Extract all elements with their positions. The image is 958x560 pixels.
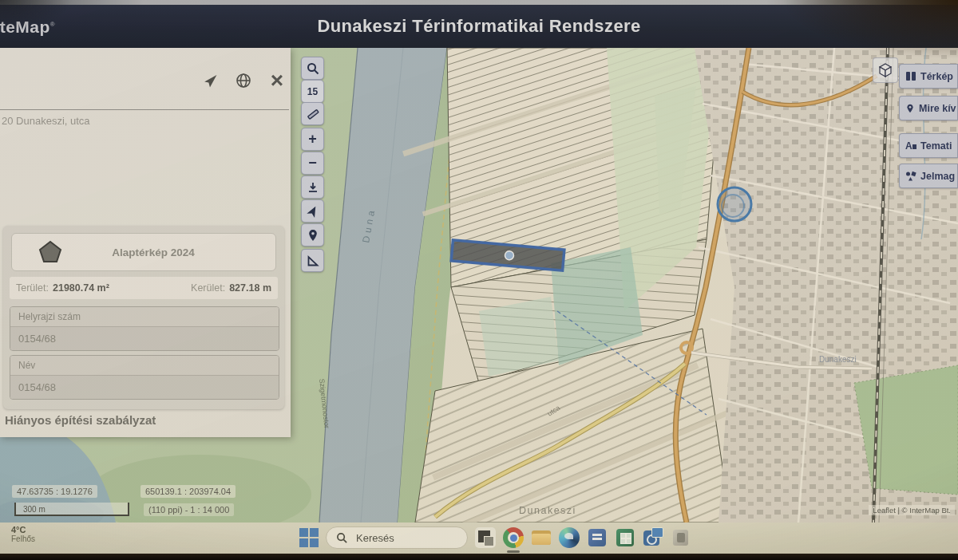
marker-button[interactable] (301, 223, 324, 246)
globe-icon (236, 73, 251, 89)
cube-icon (877, 62, 893, 78)
taskbar-search-input[interactable] (354, 531, 453, 545)
parcel-result-card: Alaptérkép 2024 Terület:21980.74 m² Kerü… (3, 226, 284, 409)
basemap-layer-button[interactable]: Alaptérkép 2024 (11, 233, 276, 271)
zoom-level-indicator: 15 (301, 80, 324, 103)
locate-arrow-button[interactable] (200, 70, 220, 91)
perimeter-label: Kerület: (191, 282, 225, 294)
pin-icon (905, 103, 915, 114)
legend-button[interactable]: Jelmag (899, 164, 958, 188)
city-label-small: Dunakeszi (819, 355, 857, 364)
close-panel-button[interactable]: × (267, 70, 287, 91)
name-label: Név (10, 356, 279, 376)
polygon-button[interactable] (301, 249, 324, 272)
navigation-arrow-icon (307, 205, 319, 218)
thematic-icon: A (905, 140, 916, 151)
chrome-active-indicator (507, 550, 520, 553)
map-book-icon (905, 71, 916, 81)
monitor-photo: rteMap® Dunakeszi Térinformatikai Rendsz… (0, 0, 958, 560)
weather-temp: 4°C (11, 525, 35, 534)
zoning-note: Hiányos építési szabályzat (5, 413, 156, 427)
pentagon-icon (38, 239, 63, 265)
parcel-vertex-handle (505, 250, 514, 260)
basemap-cube-button[interactable] (873, 57, 898, 83)
outlook-icon[interactable] (643, 527, 663, 548)
search-icon (336, 532, 348, 544)
svg-text:A: A (905, 140, 912, 151)
name-field[interactable]: Név 0154/68 (10, 355, 279, 400)
scale-bar: 300 m (14, 503, 129, 516)
chrome-icon[interactable] (503, 527, 524, 548)
geometry-values-row: Terület:21980.74 m² Kerület:827.18 m (10, 277, 278, 299)
excel-icon[interactable] (615, 527, 635, 548)
windows-taskbar: 4°C Felhős (0, 523, 958, 554)
triangle-icon (307, 254, 319, 267)
globe-button[interactable] (233, 70, 254, 91)
search-info-panel: × Alaptérkép 2024 Terület:21980.74 m² Ke… (0, 48, 291, 437)
download-icon (307, 181, 319, 194)
area-label: Terület: (16, 282, 49, 294)
map-search-button[interactable] (301, 57, 324, 80)
close-icon: × (271, 68, 283, 93)
poi-button[interactable]: Mire kív (899, 96, 958, 120)
eov-coordinates: 650139.1 : 203974.04 (141, 485, 236, 498)
perimeter-value: 827.18 m (229, 282, 271, 294)
map-pin-icon (307, 229, 319, 242)
parcel-number-label: Helyrajzi szám (10, 307, 279, 327)
address-search-input[interactable] (0, 114, 283, 128)
edge-icon[interactable] (559, 527, 580, 548)
city-label: Dunakeszi (519, 505, 576, 516)
ruler-icon (307, 108, 319, 120)
legend-icon (905, 171, 916, 181)
measure-button[interactable] (301, 102, 324, 125)
search-icon (307, 62, 319, 75)
taskbar-search[interactable] (326, 526, 468, 549)
scale-ratio: (110 ppi) - 1 : 14 000 (144, 503, 234, 516)
area-value: 21980.74 m² (53, 282, 109, 294)
zoom-out-button[interactable]: − (301, 152, 324, 175)
task-view-app-icon[interactable] (475, 527, 496, 548)
monitor-bezel (0, 554, 958, 560)
name-value: 0154/68 (10, 376, 279, 399)
device-app-icon[interactable] (671, 527, 691, 548)
highlight-circle-sketch (718, 187, 751, 221)
file-explorer-icon[interactable] (531, 527, 552, 548)
main-content: Duna Szigetmonostor (0, 48, 958, 523)
word-icon[interactable] (587, 527, 608, 548)
wgs-coordinates: 47.63735 : 19.1276 (12, 485, 97, 498)
thematic-button[interactable]: A Temati (899, 133, 958, 158)
weather-widget[interactable]: 4°C Felhős (11, 525, 35, 543)
download-button[interactable] (301, 175, 324, 199)
start-button[interactable] (299, 528, 319, 547)
map-layers-button[interactable]: Térkép (899, 64, 958, 89)
zoom-in-button[interactable]: + (301, 128, 324, 151)
locate-button[interactable] (301, 199, 324, 223)
page-title: Dunakeszi Térinformatikai Rendszere (0, 16, 958, 37)
park-area (854, 365, 958, 495)
locate-arrow-icon (203, 73, 218, 89)
app-header: rteMap® Dunakeszi Térinformatikai Rendsz… (0, 5, 958, 48)
basemap-layer-label: Alaptérkép 2024 (63, 246, 243, 258)
map-attribution: Leaflet | © InterMap Bt. (869, 505, 955, 515)
weather-desc: Felhős (11, 534, 35, 543)
panel-divider (0, 109, 289, 110)
parcel-number-field[interactable]: Helyrajzi szám 0154/68 (10, 306, 279, 351)
parcel-number-value: 0154/68 (10, 327, 279, 350)
